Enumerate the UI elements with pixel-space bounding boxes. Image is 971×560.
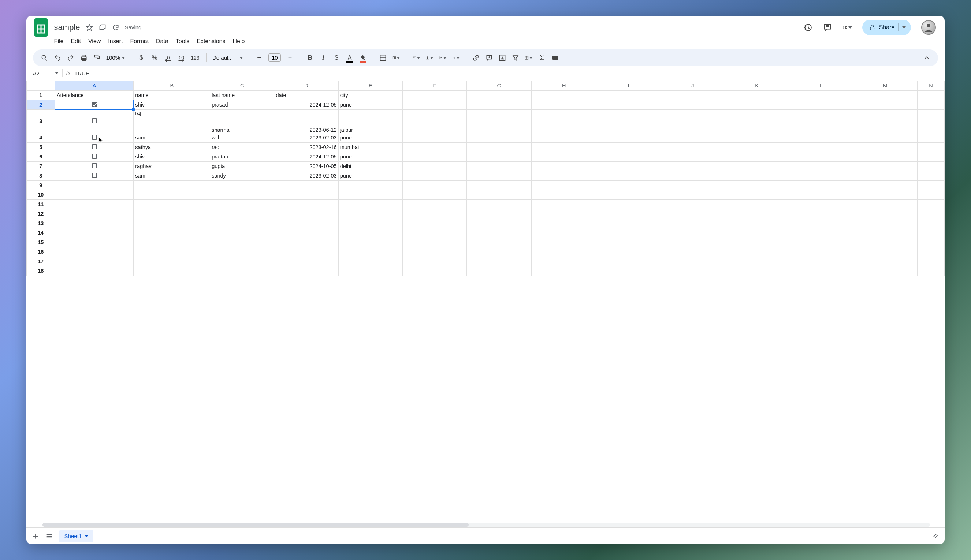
cell-B16[interactable] [133,247,210,257]
horizontal-scrollbar[interactable] [42,523,930,527]
checkbox[interactable] [92,135,97,140]
percent-button[interactable]: % [150,54,158,62]
cell-E2[interactable]: pune [338,100,402,110]
cell-F9[interactable] [402,180,467,190]
cell-F6[interactable] [402,152,467,162]
spreadsheet-grid[interactable]: ABCDEFGHIJKLMN1Attendancenamelast nameda… [27,81,945,527]
cell-M16[interactable] [853,247,917,257]
cell-G9[interactable] [467,180,532,190]
cell-K7[interactable] [724,162,789,171]
cell-A15[interactable] [55,238,133,247]
cell-M18[interactable] [853,266,917,276]
checkbox[interactable] [92,154,97,159]
cell-B15[interactable] [133,238,210,247]
row-header-4[interactable]: 4 [27,133,55,142]
cell-J15[interactable] [661,238,724,247]
cell-F4[interactable] [402,133,467,142]
cell-G7[interactable] [467,162,532,171]
cell-D16[interactable] [274,247,338,257]
move-icon[interactable] [98,23,107,32]
format-123-button[interactable]: 123 [190,54,200,62]
cell-G12[interactable] [467,209,532,218]
cell-C16[interactable] [210,247,274,257]
cell-E15[interactable] [338,238,402,247]
cell-N1[interactable] [917,90,944,100]
functions-icon[interactable]: Σ [538,54,546,62]
rotation-button[interactable]: A [452,54,460,62]
cell-G8[interactable] [467,171,532,180]
row-header-15[interactable]: 15 [27,238,55,247]
cell-G11[interactable] [467,200,532,209]
cell-L5[interactable] [789,142,853,152]
cell-H10[interactable] [532,190,596,200]
cell-F5[interactable] [402,142,467,152]
cell-F3[interactable] [402,110,467,133]
cell-C17[interactable] [210,257,274,266]
row-header-17[interactable]: 17 [27,257,55,266]
cell-B4[interactable]: sam [133,133,210,142]
cell-I8[interactable] [596,171,661,180]
cell-K5[interactable] [724,142,789,152]
cell-L15[interactable] [789,238,853,247]
cell-D3[interactable]: 2023-06-12 [274,110,338,133]
cell-E1[interactable]: city [338,90,402,100]
cell-L11[interactable] [789,200,853,209]
cell-M2[interactable] [853,100,917,110]
cell-K4[interactable] [724,133,789,142]
link-icon[interactable] [472,54,480,62]
cell-L1[interactable] [789,90,853,100]
cell-H16[interactable] [532,247,596,257]
cell-B10[interactable] [133,190,210,200]
cell-L3[interactable] [789,110,853,133]
cell-J16[interactable] [661,247,724,257]
cell-H6[interactable] [532,152,596,162]
cell-I5[interactable] [596,142,661,152]
cell-G1[interactable] [467,90,532,100]
menu-tools[interactable]: Tools [173,37,192,46]
col-header-L[interactable]: L [789,81,853,90]
cell-I10[interactable] [596,190,661,200]
cell-E11[interactable] [338,200,402,209]
cell-A10[interactable] [55,190,133,200]
cell-K8[interactable] [724,171,789,180]
font-size-input[interactable]: 10 [269,53,281,62]
cell-I2[interactable] [596,100,661,110]
cell-J4[interactable] [661,133,724,142]
cell-H1[interactable] [532,90,596,100]
checkbox[interactable] [92,163,97,168]
cell-L16[interactable] [789,247,853,257]
cell-D2[interactable]: 2024-12-05 [274,100,338,110]
wrap-button[interactable] [439,54,447,62]
cell-M4[interactable] [853,133,917,142]
menu-extensions[interactable]: Extensions [194,37,228,46]
cell-H14[interactable] [532,228,596,238]
cell-B8[interactable]: sam [133,171,210,180]
cell-J2[interactable] [661,100,724,110]
merge-button[interactable] [392,54,400,62]
cell-L6[interactable] [789,152,853,162]
cell-N14[interactable] [917,228,944,238]
v-align-button[interactable] [425,54,434,62]
cell-D4[interactable]: 2023-02-03 [274,133,338,142]
cell-J7[interactable] [661,162,724,171]
cell-D12[interactable] [274,209,338,218]
cell-D11[interactable] [274,200,338,209]
cell-N18[interactable] [917,266,944,276]
cell-K18[interactable] [724,266,789,276]
row-header-7[interactable]: 7 [27,162,55,171]
cell-J13[interactable] [661,218,724,228]
cell-K9[interactable] [724,180,789,190]
cell-B12[interactable] [133,209,210,218]
cell-D18[interactable] [274,266,338,276]
checkbox[interactable] [92,173,97,178]
col-header-N[interactable]: N [917,81,944,90]
cell-J1[interactable] [661,90,724,100]
cloud-sync-icon[interactable] [112,23,120,32]
cell-N12[interactable] [917,209,944,218]
cell-F12[interactable] [402,209,467,218]
undo-icon[interactable] [53,54,62,62]
cell-G15[interactable] [467,238,532,247]
cell-L10[interactable] [789,190,853,200]
cell-I15[interactable] [596,238,661,247]
cell-K14[interactable] [724,228,789,238]
